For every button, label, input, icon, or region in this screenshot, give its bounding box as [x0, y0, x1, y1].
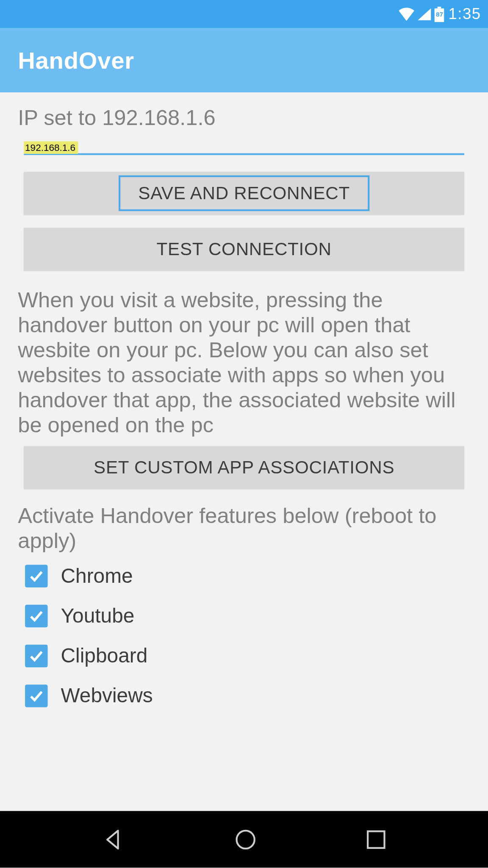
- checkbox-label: Webviews: [61, 684, 153, 707]
- phone-frame: 87 1:35 HandOver IP set to 192.168.1.6 1…: [0, 0, 488, 868]
- checkbox-label: Youtube: [61, 604, 135, 627]
- svg-rect-3: [367, 831, 384, 848]
- checkbox-row-youtube[interactable]: Youtube: [25, 604, 470, 627]
- description-text: When you visit a website, pressing the h…: [18, 287, 470, 438]
- ip-input-wrap[interactable]: 192.168.1.6: [24, 142, 464, 155]
- checkbox-row-clipboard[interactable]: Clipboard: [25, 644, 470, 668]
- set-associations-label: SET CUSTOM APP ASSOCIATIONS: [94, 457, 394, 478]
- activate-label: Activate Handover features below (reboot…: [18, 504, 470, 554]
- nav-bar: [0, 811, 488, 868]
- checkbox-icon[interactable]: [25, 684, 47, 707]
- checkbox-icon[interactable]: [25, 604, 47, 627]
- svg-point-2: [236, 830, 254, 848]
- save-reconnect-button[interactable]: SAVE AND RECONNECT: [24, 172, 464, 214]
- recents-icon[interactable]: [364, 828, 387, 851]
- app-title: HandOver: [18, 47, 134, 73]
- checkbox-row-webviews[interactable]: Webviews: [25, 684, 470, 707]
- checkbox-row-chrome[interactable]: Chrome: [25, 564, 470, 587]
- test-connection-label: TEST CONNECTION: [157, 239, 332, 259]
- save-reconnect-label: SAVE AND RECONNECT: [119, 175, 370, 211]
- signal-icon: [417, 8, 432, 21]
- content: IP set to 192.168.1.6 192.168.1.6 SAVE A…: [0, 92, 488, 811]
- back-icon[interactable]: [101, 827, 126, 852]
- status-bar: 87 1:35: [0, 0, 488, 28]
- home-icon[interactable]: [233, 827, 258, 852]
- wifi-icon: [398, 8, 415, 21]
- ip-set-label: IP set to 192.168.1.6: [18, 106, 470, 131]
- checkbox-label: Clipboard: [61, 644, 148, 668]
- clock: 1:35: [449, 5, 481, 23]
- app-bar: HandOver: [0, 28, 488, 92]
- checkbox-label: Chrome: [61, 564, 133, 587]
- svg-rect-0: [438, 6, 441, 8]
- checkbox-icon[interactable]: [25, 644, 47, 667]
- battery-level: 87: [436, 11, 443, 18]
- set-associations-button[interactable]: SET CUSTOM APP ASSOCIATIONS: [24, 446, 464, 489]
- ip-input[interactable]: 192.168.1.6: [24, 141, 78, 154]
- status-icons: 87: [398, 6, 445, 22]
- battery-icon: 87: [434, 6, 445, 22]
- test-connection-button[interactable]: TEST CONNECTION: [24, 228, 464, 270]
- checkbox-icon[interactable]: [25, 565, 47, 587]
